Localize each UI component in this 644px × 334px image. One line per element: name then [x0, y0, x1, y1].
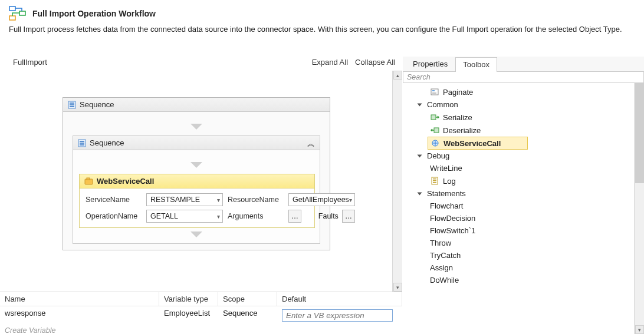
variable-row[interactable]: wsresponse EmployeeList Sequence	[0, 306, 402, 325]
workflow-canvas[interactable]: Sequence Sequence ︽	[0, 71, 402, 292]
var-type[interactable]: EmployeeList	[159, 306, 218, 325]
category-label: Debug	[427, 151, 449, 160]
toolbox-item-log[interactable]: Log	[410, 174, 644, 187]
svg-rect-10	[80, 144, 84, 145]
chevron-down-icon: ▾	[217, 197, 220, 203]
scroll-down-icon[interactable]: ▾	[635, 325, 644, 334]
toolbox-item-paginate[interactable]: Paginate	[410, 85, 644, 98]
drop-target-icon[interactable]	[190, 124, 202, 130]
servicename-combo[interactable]: RESTSAMPLE ▾	[146, 193, 223, 206]
toolbox-item-dowhile[interactable]: DoWhile	[410, 274, 644, 286]
toolbox-item-label: Flowchart	[430, 201, 463, 210]
toolbox-item-label: FlowSwitch`1	[430, 226, 475, 235]
webservicecall-title: WebServiceCall	[97, 177, 154, 186]
operationname-value: GETALL	[150, 212, 178, 220]
toolbox-item-label: Throw	[430, 239, 451, 247]
webservicecall-activity[interactable]: WebServiceCall ServiceName RESTSAMPLE ▾	[79, 174, 315, 228]
svg-rect-12	[87, 178, 90, 180]
col-type[interactable]: Variable type	[159, 292, 218, 306]
toolbox-item-writeline[interactable]: WriteLine	[410, 162, 644, 174]
drop-target-icon[interactable]	[190, 162, 202, 168]
faults-label: Faults	[318, 212, 339, 220]
sequence-icon	[68, 101, 76, 109]
log-icon	[430, 176, 439, 186]
page-subtitle: Full Import process fetches data from th…	[0, 25, 644, 44]
faults-ellipsis-button[interactable]: …	[342, 210, 355, 223]
toolbox-scrollbar[interactable]: ▴ ▾	[634, 83, 644, 334]
inner-sequence[interactable]: Sequence ︽ WebS	[73, 135, 320, 244]
toolbox-item-label: Log	[443, 177, 456, 186]
toolbox-item-trycatch[interactable]: TryCatch	[410, 249, 644, 262]
svg-rect-9	[80, 143, 84, 144]
expand-all-button[interactable]: Expand All	[312, 58, 348, 67]
var-scope[interactable]: Sequence	[218, 306, 277, 325]
var-default-input[interactable]	[282, 309, 393, 322]
svg-rect-1	[19, 11, 25, 15]
scroll-up-icon[interactable]: ▴	[393, 71, 402, 80]
toolbox-item-webservicecall[interactable]: WebServiceCall	[428, 137, 528, 150]
toolbox-item-label: FlowDecision	[430, 214, 475, 223]
var-name[interactable]: wsresponse	[0, 306, 159, 325]
scroll-down-icon[interactable]: ▾	[393, 283, 402, 292]
outer-sequence-title: Sequence	[80, 100, 114, 109]
operationname-combo[interactable]: GETALL ▾	[146, 210, 223, 223]
chevron-down-icon: ▾	[349, 197, 352, 203]
svg-rect-0	[9, 6, 15, 11]
col-default[interactable]: Default	[277, 292, 402, 306]
expand-arrow-icon	[418, 154, 422, 157]
resourcename-value: GetAllEmployees	[293, 196, 349, 204]
deserialize-icon	[430, 125, 439, 135]
collapse-all-button[interactable]: Collapse All	[355, 58, 395, 67]
arguments-ellipsis-button[interactable]: …	[288, 210, 301, 223]
toolbox-item-label: WriteLine	[430, 164, 462, 173]
col-scope[interactable]: Scope	[218, 292, 277, 306]
toolbox-item-label: Assign	[430, 263, 453, 272]
svg-rect-5	[70, 104, 74, 105]
resourcename-label: ResourceName	[228, 196, 284, 204]
toolbox-category-statements[interactable]: Statements	[410, 187, 644, 200]
tab-toolbox[interactable]: Toolbox	[455, 57, 497, 72]
breadcrumb[interactable]: FullImport	[13, 58, 47, 67]
paginate-icon	[430, 87, 439, 97]
collapse-chevron-icon[interactable]: ︽	[307, 138, 315, 149]
toolbox-tree: Paginate Common Serialize Deseria	[403, 83, 644, 286]
workflow-icon	[9, 6, 27, 21]
scroll-thumb[interactable]	[635, 83, 644, 183]
chevron-down-icon: ▾	[217, 213, 220, 220]
toolbox-item-flowchart[interactable]: Flowchart	[410, 200, 644, 212]
operationname-label: OperationName	[86, 212, 142, 220]
toolbox-item-assign[interactable]: Assign	[410, 262, 644, 274]
drop-target-icon[interactable]	[190, 232, 202, 237]
toolbox-item-throw[interactable]: Throw	[410, 237, 644, 249]
create-variable-link[interactable]: Create Variable	[0, 325, 402, 334]
expand-arrow-icon	[418, 192, 422, 195]
svg-rect-13	[431, 89, 438, 95]
toolbox-item-serialize[interactable]: Serialize	[410, 111, 644, 124]
svg-rect-4	[70, 102, 74, 104]
toolbox-category-common[interactable]: Common	[410, 98, 644, 111]
inner-sequence-title: Sequence	[90, 138, 124, 147]
toolbox-search-input[interactable]: Search	[407, 73, 431, 81]
toolbox-item-label: Serialize	[443, 113, 472, 122]
svg-rect-20	[433, 178, 436, 180]
resourcename-combo[interactable]: GetAllEmployees ▾	[288, 193, 355, 206]
serialize-icon	[430, 113, 439, 122]
canvas-scrollbar[interactable]: ▴ ▾	[392, 71, 402, 292]
svg-rect-22	[433, 182, 436, 183]
tab-properties[interactable]: Properties	[405, 57, 455, 71]
page-title: Full Import Operation Workflow	[32, 9, 156, 18]
category-label: Common	[427, 100, 458, 109]
expand-arrow-icon	[418, 103, 422, 106]
toolbox-item-flowswitch[interactable]: FlowSwitch`1	[410, 224, 644, 237]
svg-rect-21	[433, 180, 436, 181]
svg-rect-8	[80, 141, 84, 142]
toolbox-item-label: DoWhile	[430, 276, 459, 285]
col-name[interactable]: Name	[0, 292, 159, 306]
arguments-label: Arguments	[228, 212, 284, 220]
outer-sequence[interactable]: Sequence Sequence ︽	[63, 97, 330, 250]
toolbox-item-label: WebServiceCall	[443, 139, 501, 148]
toolbox-item-deserialize[interactable]: Deserialize	[410, 124, 644, 137]
toolbox-item-label: TryCatch	[430, 251, 461, 260]
toolbox-item-flowdecision[interactable]: FlowDecision	[410, 212, 644, 224]
toolbox-category-debug[interactable]: Debug	[410, 150, 644, 162]
